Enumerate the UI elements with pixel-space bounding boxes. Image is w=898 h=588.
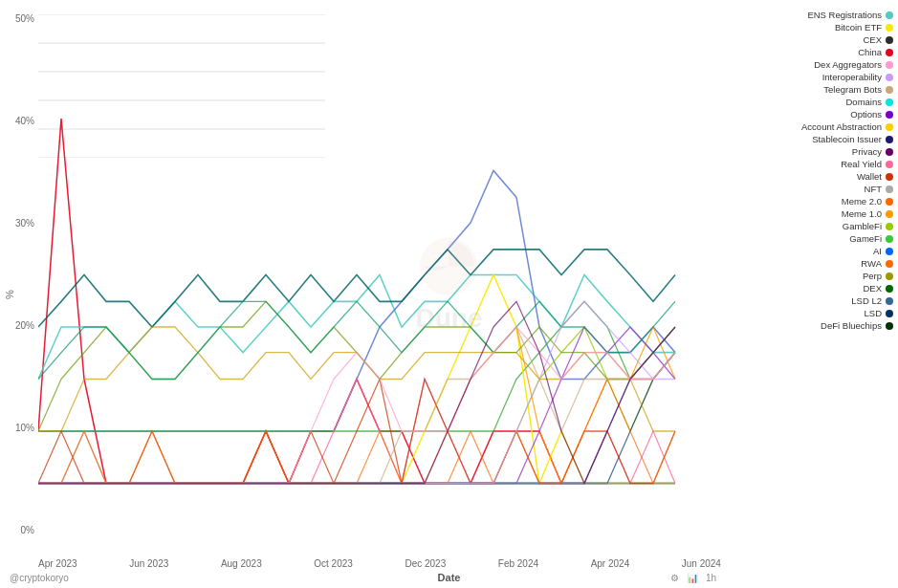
legend-item: Stablecoin Issuer — [726, 134, 893, 144]
legend-label: Options — [850, 109, 882, 120]
legend: ENS RegistrationsBitcoin ETFCEXChinaDex … — [726, 10, 893, 331]
legend-item: Meme 1.0 — [726, 208, 893, 219]
legend-label: DeFi Bluechips — [821, 320, 882, 331]
legend-label: Bitcoin ETF — [835, 22, 882, 33]
legend-dot — [886, 36, 893, 44]
y-tick-20: 20% — [15, 321, 34, 331]
legend-label: China — [858, 47, 882, 57]
legend-item: Bitcoin ETF — [726, 22, 893, 33]
y-tick-10: 10% — [15, 424, 34, 433]
legend-item: Domains — [726, 97, 893, 107]
legend-item: China — [726, 47, 893, 57]
legend-item: Options — [726, 109, 893, 120]
legend-label: LSD L2 — [851, 295, 882, 306]
y-tick-50: 50% — [15, 14, 34, 24]
watermark: Dune — [416, 235, 483, 333]
legend-dot — [886, 297, 893, 305]
legend-item: LSD — [726, 308, 893, 318]
legend-item: Account Abstraction — [726, 121, 893, 132]
legend-dot — [886, 136, 893, 143]
legend-label: GameFi — [849, 233, 882, 244]
legend-label: Stablecoin Issuer — [812, 134, 882, 144]
legend-label: Perp — [863, 271, 882, 281]
legend-item: GameFi — [726, 233, 893, 244]
legend-item: CEX — [726, 34, 893, 45]
toolbar-icon2[interactable]: 📊 — [687, 573, 698, 583]
legend-dot — [886, 173, 893, 181]
legend-item: Perp — [726, 271, 893, 281]
toolbar: ⚙ 📊 1h — [670, 573, 716, 583]
x-axis-labels: Apr 2023 Jun 2023 Aug 2023 Oct 2023 Dec … — [38, 558, 721, 569]
legend-item: LSD L2 — [726, 295, 893, 306]
legend-item: NFT — [726, 184, 893, 194]
legend-dot — [886, 210, 893, 218]
x-axis-title: Date — [438, 572, 461, 583]
legend-item: Meme 2.0 — [726, 196, 893, 207]
legend-item: ENS Registrations — [726, 10, 893, 20]
legend-label: LSD — [865, 308, 882, 318]
legend-label: NFT — [865, 184, 882, 194]
legend-dot — [886, 223, 893, 230]
legend-item: Privacy — [726, 146, 893, 157]
legend-dot — [886, 111, 893, 119]
legend-item: DeFi Bluechips — [726, 320, 893, 331]
legend-label: Domains — [846, 97, 883, 107]
legend-label: AI — [873, 246, 882, 256]
legend-label: Telegram Bots — [823, 84, 882, 95]
legend-item: GambleFi — [726, 221, 893, 231]
x-tick-oct2023: Oct 2023 — [314, 558, 353, 569]
legend-item: DEX — [726, 283, 893, 294]
legend-dot — [886, 148, 893, 156]
x-tick-feb2024: Feb 2024 — [498, 558, 538, 569]
legend-dot — [886, 198, 893, 206]
legend-label: RWA — [861, 258, 882, 269]
legend-label: ENS Registrations — [807, 10, 882, 20]
legend-dot — [886, 98, 893, 106]
legend-item: Real Yield — [726, 159, 893, 169]
legend-dot — [886, 185, 893, 193]
legend-dot — [886, 310, 893, 317]
legend-label: GambleFi — [843, 221, 882, 231]
toolbar-timeframe[interactable]: 1h — [706, 573, 716, 583]
toolbar-icon1[interactable]: ⚙ — [670, 573, 679, 583]
legend-label: CEX — [863, 34, 882, 45]
x-tick-dec2023: Dec 2023 — [405, 558, 446, 569]
legend-label: Real Yield — [841, 159, 882, 169]
legend-label: Dex Aggregators — [814, 59, 882, 70]
y-tick-30: 30% — [15, 219, 34, 229]
legend-dot — [886, 235, 893, 243]
chart-lines — [38, 14, 721, 535]
chart-container: % 50% 40% 30% 20% 10% 0% — [0, 0, 898, 588]
legend-item: Telegram Bots — [726, 84, 893, 95]
legend-dot — [886, 260, 893, 268]
x-tick-jun2024: Jun 2024 — [682, 558, 721, 569]
legend-label: DEX — [863, 283, 882, 294]
legend-label: Meme 1.0 — [842, 208, 882, 219]
legend-label: Meme 2.0 — [842, 196, 882, 207]
legend-label: Interoperability — [822, 72, 882, 82]
legend-dot — [886, 123, 893, 131]
x-tick-jun2023: Jun 2023 — [129, 558, 168, 569]
legend-dot — [886, 285, 893, 293]
legend-label: Account Abstraction — [801, 121, 882, 132]
y-tick-40: 40% — [15, 117, 34, 126]
legend-label: Wallet — [857, 171, 882, 182]
legend-dot — [886, 11, 893, 19]
legend-item: AI — [726, 246, 893, 256]
legend-item: Wallet — [726, 171, 893, 182]
x-tick-apr2024: Apr 2024 — [591, 558, 630, 569]
legend-item: Interoperability — [726, 72, 893, 82]
legend-dot — [886, 248, 893, 255]
legend-item: RWA — [726, 258, 893, 269]
legend-dot — [886, 322, 893, 330]
legend-item: Dex Aggregators — [726, 59, 893, 70]
legend-dot — [886, 24, 893, 32]
legend-label: Privacy — [852, 146, 882, 157]
attribution: @cryptokoryo — [10, 573, 69, 583]
x-tick-aug2023: Aug 2023 — [221, 558, 262, 569]
x-tick-apr2023: Apr 2023 — [38, 558, 77, 569]
y-tick-0: 0% — [21, 526, 34, 535]
legend-dot — [886, 161, 893, 168]
legend-dot — [886, 86, 893, 94]
legend-dot — [886, 74, 893, 81]
